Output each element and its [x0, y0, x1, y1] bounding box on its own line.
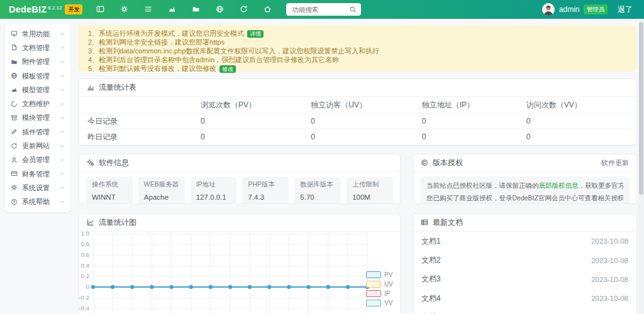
sidebar-item-label: 文档维护	[22, 99, 60, 109]
cell-value: 0	[422, 145, 526, 146]
env-badge: 开发	[65, 4, 82, 14]
info-label: WEB服务器	[144, 180, 179, 189]
top-nav-icons	[96, 5, 272, 14]
panel-header: 流量统计表	[79, 79, 636, 97]
info-label: 上传限制	[352, 180, 387, 189]
software-info-item: 操作系统WINNT	[86, 177, 133, 204]
user-icon	[11, 156, 18, 164]
doc-list-item[interactable]: 文档12023-10-08	[413, 232, 636, 251]
circle-notch-icon	[11, 100, 18, 108]
doc-date: 2023-10-08	[591, 295, 628, 302]
cell-value: 0	[201, 114, 311, 129]
sidebar-item[interactable]: 财务管理	[5, 167, 70, 181]
username[interactable]: admin	[559, 5, 580, 14]
info-label: IP地址	[196, 180, 231, 189]
sidebar-item[interactable]: 文档维护	[5, 97, 70, 111]
notice-action-badge[interactable]: 修改	[219, 65, 236, 73]
svg-text:-0.2: -0.2	[79, 294, 89, 301]
latest-docs-list: 文档12023-10-08文档22023-10-08文档32023-10-08文…	[413, 232, 636, 314]
brand-logo[interactable]: DedeBIZ	[9, 4, 47, 14]
chevron-down-icon	[60, 116, 65, 121]
cell-value: 0	[311, 145, 422, 146]
refresh-icon[interactable]	[240, 5, 248, 14]
role-badge: 管理员	[584, 4, 608, 14]
legend-swatch	[366, 281, 381, 288]
software-update-link[interactable]: 软件更新	[601, 158, 629, 168]
row-label: 今日记录	[79, 114, 201, 129]
panel-header: 流量统计图	[79, 214, 400, 232]
home-icon[interactable]	[264, 5, 272, 14]
sidebar-item[interactable]: 更新网站	[5, 139, 70, 153]
sidebar-item-label: 系统设置	[22, 183, 60, 193]
sidebar-item-label: 财务管理	[22, 170, 60, 179]
info-label: PHP版本	[248, 180, 283, 189]
folder-icon[interactable]	[192, 5, 201, 14]
sidebar-item-label: 常用功能	[22, 30, 60, 39]
chart-legend: PVUVIPVV	[366, 271, 393, 309]
scrollbar-thumb[interactable]	[639, 22, 643, 195]
sidebar-item[interactable]: 模板管理	[5, 69, 70, 83]
sidebar-item[interactable]: 模型管理	[5, 83, 70, 97]
gear-icon[interactable]	[120, 5, 129, 14]
info-value: 7.4.3	[248, 193, 283, 201]
dedebiz-admin-dashboard: DedeBIZ 6.2.12 开发 admin 管理员 退了 常用功能文档管理附…	[0, 0, 644, 314]
doc-list-item[interactable]: 文档22023-10-08	[413, 251, 636, 269]
traffic-table: 浏览次数（PV）独立访客（UV）独立地址（IP）访问次数（VV） 今日记录000…	[79, 97, 636, 146]
info-label: 操作系统	[92, 180, 127, 189]
sidebar-item-label: 附件管理	[22, 57, 60, 67]
doc-list-item[interactable]: 文档52023-10-08	[413, 308, 636, 314]
auth-line-1: 当前站点已授权社区版，请保留正确的底部版权信息，获取更多官方技术支持，请选择商业…	[426, 179, 623, 192]
user-area: admin 管理员 退了	[542, 3, 633, 16]
auth-text: ，获取更多官方技术支持，请选择	[579, 181, 624, 189]
panel-header: 最新文档	[413, 214, 636, 232]
sidebar-item[interactable]: 文档管理	[5, 41, 70, 55]
svg-text:0.2: 0.2	[81, 273, 89, 279]
legend-swatch	[366, 271, 381, 278]
chart-area-icon[interactable]	[168, 5, 177, 14]
sidebar-item[interactable]: 会员管理	[5, 153, 70, 167]
traffic-chart-panel: 流量统计图 1.00.80.60.40.20-0.2-0.4-0.6-0.8-1…	[79, 214, 401, 314]
search-icon[interactable]	[349, 6, 357, 13]
cell-value: 0	[422, 129, 526, 145]
sidebar-item[interactable]: 插件管理	[5, 125, 70, 139]
info-value: 100M	[352, 193, 387, 201]
doc-list-item[interactable]: 文档42023-10-08	[413, 289, 636, 308]
chevron-down-icon	[60, 200, 65, 205]
sidebar-item[interactable]: 系统帮助	[5, 195, 70, 209]
legend-item[interactable]: UV	[366, 281, 393, 288]
sidebar-item-label: 更新网站	[22, 141, 60, 151]
legend-item[interactable]: VV	[366, 300, 393, 306]
traffic-stats-panel: 流量统计表 浏览次数（PV）独立访客（UV）独立地址（IP）访问次数（VV） 今…	[79, 78, 637, 146]
notice-action-badge[interactable]: 详情	[247, 30, 264, 38]
sidebar-toggle-icon[interactable]	[96, 5, 105, 14]
auth-link[interactable]: 底部版权信息	[539, 181, 579, 189]
auth-info-box: 当前站点已授权社区版，请保留正确的底部版权信息，获取更多官方技术支持，请选择商业…	[420, 176, 630, 204]
gears-icon	[87, 159, 95, 167]
svg-text:1.0: 1.0	[81, 232, 89, 237]
sidebar-item[interactable]: 附件管理	[5, 55, 70, 69]
sidebar-item[interactable]: 常用功能	[5, 27, 70, 41]
list-icon[interactable]	[144, 5, 153, 14]
sidebar-item[interactable]: 系统设置	[5, 181, 70, 195]
info-value: Apache	[144, 193, 179, 201]
logout-button[interactable]: 退了	[618, 4, 633, 15]
globe-icon[interactable]	[216, 5, 225, 14]
doc-list-item[interactable]: 文档32023-10-08	[413, 270, 636, 289]
table-icon	[421, 219, 429, 227]
brand: DedeBIZ 6.2.12 开发	[9, 4, 82, 14]
system-notice: 1、系统运行环境为开发模式，建议您启用安全模式详情2、检测到网址非安全链接，建议…	[79, 25, 637, 72]
bar-chart-icon	[87, 84, 95, 92]
legend-item[interactable]: PV	[366, 271, 393, 278]
legend-item[interactable]: IP	[366, 290, 393, 297]
table-row: 昨日记录0000	[79, 129, 636, 145]
cell-value: 0	[311, 114, 422, 129]
user-avatar[interactable]	[542, 3, 555, 16]
panel-title: 流量统计表	[99, 82, 136, 93]
version-auth-panel: 版本授权 软件更新 当前站点已授权社区版，请保留正确的底部版权信息，获取更多官方…	[413, 154, 637, 204]
auth-text: 当前站点已授权社区版，请保留正确的	[426, 181, 539, 189]
chevron-down-icon	[60, 102, 65, 107]
sidebar-item[interactable]: 模块管理	[5, 111, 70, 125]
svg-text:-0.4: -0.4	[79, 305, 89, 311]
search-box	[286, 3, 361, 16]
scrollbar-track[interactable]	[638, 19, 644, 314]
